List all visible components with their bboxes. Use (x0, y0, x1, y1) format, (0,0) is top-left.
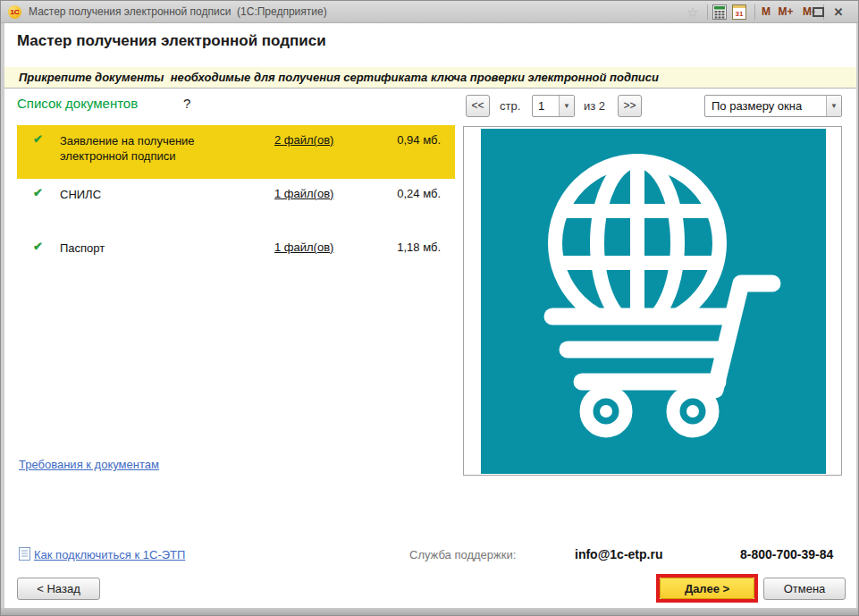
files-size: 0,24 мб. (397, 187, 441, 200)
next-button-highlight-box: Далее > (656, 574, 758, 603)
files-count-link[interactable]: 1 файл(ов) (274, 240, 333, 254)
table-row-snils[interactable]: ✔ СНИЛС 1 файл(ов) 0,24 мб. (17, 179, 455, 232)
next-button[interactable]: Далее > (660, 578, 754, 599)
document-requirements-link[interactable]: Требования к документам (19, 458, 159, 471)
maximize-icon[interactable] (813, 7, 824, 17)
check-icon: ✔ (33, 240, 43, 253)
help-question-icon[interactable]: ? (183, 96, 190, 111)
files-size: 1,18 мб. (397, 240, 441, 254)
next-page-button[interactable]: >> (618, 95, 642, 117)
titlebar-separator (754, 4, 755, 20)
favorites-star-icon[interactable]: ☆ (684, 2, 702, 23)
howto-connect-link[interactable]: Как подключиться к 1С-ЭТП (34, 548, 185, 561)
howto-connect-row: Как подключиться к 1С-ЭТП (19, 546, 185, 564)
check-icon: ✔ (33, 186, 43, 199)
hint-text: Прикрепите документы необходимые для пол… (19, 67, 856, 88)
titlebar: 1C Мастер получения электронной подписи … (1, 1, 858, 23)
table-row-application[interactable]: ✔ Заявление на получение электронной под… (17, 125, 455, 179)
files-count-link[interactable]: 2 файл(ов) (274, 133, 333, 147)
support-email: info@1c-etp.ru (575, 547, 662, 561)
font-size-increase-button[interactable]: М+ (775, 1, 796, 23)
calculator-icon[interactable] (712, 4, 727, 23)
first-page-button[interactable]: << (466, 95, 490, 117)
page-number-value[interactable]: 1 (538, 96, 544, 116)
window-title: Мастер получения электронной подписи (1С… (29, 1, 327, 23)
globe-cart-preview-image (481, 129, 826, 474)
document-preview-pane (463, 126, 842, 476)
close-icon[interactable]: ✕ (831, 1, 846, 23)
document-name: Паспорт (60, 240, 261, 256)
page-count-label: из 2 (584, 99, 605, 113)
document-name: СНИЛС (60, 187, 261, 202)
chevron-down-icon: ▼ (563, 102, 570, 110)
back-button[interactable]: < Назад (17, 578, 100, 600)
document-page-icon (19, 547, 30, 564)
zoom-mode-select[interactable]: По размеру окна ▼ (704, 95, 842, 117)
documents-section-title: Список документов (17, 96, 138, 111)
titlebar-separator (707, 4, 708, 20)
chevron-down-icon: ▼ (830, 102, 838, 110)
files-count-link[interactable]: 1 файл(ов) (274, 187, 333, 200)
page-title: Мастер получения электронной подписи (17, 32, 326, 50)
table-row-passport[interactable]: ✔ Паспорт 1 файл(ов) 1,18 мб. (17, 232, 455, 286)
application-window: 1C Мастер получения электронной подписи … (0, 0, 859, 616)
cancel-button[interactable]: Отмена (763, 578, 846, 600)
support-phone: 8-800-700-39-84 (740, 547, 833, 561)
1c-app-icon: 1C (8, 5, 21, 19)
files-size: 0,94 мб. (397, 133, 441, 147)
page-number-dropdown[interactable]: ▼ (559, 96, 574, 116)
zoom-mode-dropdown[interactable]: ▼ (826, 96, 841, 116)
svg-text:31: 31 (736, 10, 744, 18)
font-size-normal-button[interactable]: М (759, 1, 773, 23)
page-number-input[interactable]: 1 ▼ (532, 95, 575, 117)
zoom-mode-value: По размеру окна (712, 96, 802, 116)
wizard-content: Мастер получения электронной подписи При… (4, 23, 856, 610)
calendar-icon[interactable]: 31 (732, 4, 746, 23)
hint-strip: Прикрепите документы необходимые для пол… (4, 67, 856, 89)
page-label: стр. (500, 99, 520, 113)
support-label: Служба поддержки: (409, 548, 516, 561)
check-icon: ✔ (33, 132, 43, 146)
document-name: Заявление на получение электронной подпи… (60, 133, 261, 164)
window-frame-bottom (1, 608, 858, 615)
